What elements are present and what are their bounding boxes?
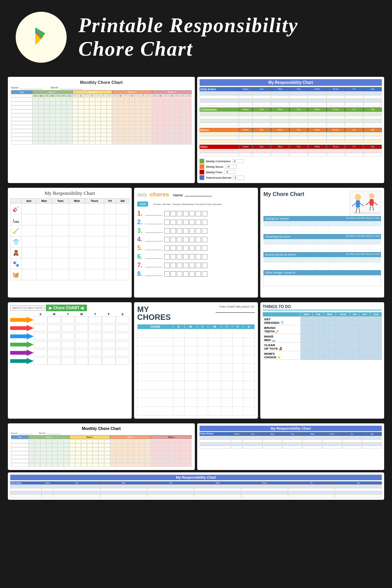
svg-point-4 xyxy=(355,194,361,200)
my-chore-header: My Chore Chart xyxy=(263,191,381,214)
my-resp-table: Sun Mon Tues Wed Thurs Fri Sat 🎸 🛏️ xyxy=(10,198,129,280)
table-row xyxy=(11,129,192,133)
table-row xyxy=(11,98,192,102)
wants-help-header: WANTS-TO-HELP WITH ▶ Chore CHART ◀ xyxy=(10,305,129,311)
resp-chart-inner: My Responsibility Chart Daily Duties Val… xyxy=(197,77,384,183)
my-chores-tbody xyxy=(138,329,255,416)
my-chores-top: MYCHORES THIS CHART BELONGS TO: xyxy=(137,305,255,321)
my-chore-card: My Chore Chart xyxy=(260,188,384,298)
table-row xyxy=(200,123,382,126)
chores-label: chores xyxy=(150,191,169,198)
table-row xyxy=(138,381,255,390)
table-row xyxy=(200,116,382,119)
things-todo-inner: THINGS TO DO MON TUE WED THUR FRI SAT SU… xyxy=(260,302,384,362)
summary-section: Weekly Commission $ Weekly Bonus +$ Week… xyxy=(200,159,382,180)
table-row xyxy=(11,439,192,443)
table-row xyxy=(263,245,381,250)
svg-point-10 xyxy=(369,193,374,199)
my-chores-big-title: MYCHORES xyxy=(137,305,171,321)
monthly-chart-bottom-title: Monthly Chore Chart xyxy=(11,426,192,431)
caring-rows xyxy=(263,221,381,232)
resp-bottom-header: Daily Duties Value Sun Mon Tue Wed Thurs… xyxy=(200,432,382,436)
table-row xyxy=(11,113,192,117)
table-row: 🐾 xyxy=(11,258,129,269)
caring-section: Caring for myself Sun Mon Tue Wed Thurs … xyxy=(263,216,381,232)
monthly-chart-bottom-card: Monthly Chore Chart Name: ___________ Mo… xyxy=(8,423,195,470)
wants-label: WANTS-TO-HELP WITH xyxy=(10,305,44,310)
table-row xyxy=(138,390,255,398)
cartoon-illustration xyxy=(350,191,381,214)
wants-days-header: S M T W T F S xyxy=(10,313,129,316)
svg-line-14 xyxy=(370,205,371,211)
table-row xyxy=(11,451,192,455)
arrow-green xyxy=(10,341,34,348)
wants-row-4 xyxy=(10,341,129,348)
table-row: CLEANUP TOYS 🧸 xyxy=(263,343,382,351)
table-row xyxy=(11,109,192,113)
things-todo-table: MON TUE WED THUR FRI SAT SUN GETDRESSED … xyxy=(263,312,382,360)
table-row xyxy=(138,372,255,381)
arrow-teal xyxy=(10,358,34,364)
table-row xyxy=(200,99,382,102)
monthly-rows xyxy=(11,98,192,145)
svg-line-8 xyxy=(356,207,357,213)
other-things-header: Other things I need to: xyxy=(263,270,381,275)
things-todo-tbody: GETDRESSED 👕 BRUSHTEETH 🪥 xyxy=(263,317,382,360)
daily-chores-header: daily chores Name: xyxy=(137,191,255,198)
task-label: Task xyxy=(137,201,148,207)
table-row: MAKEBED 🛏️ xyxy=(263,334,382,343)
wants-row-3 xyxy=(10,333,129,340)
daily-chores-card: daily chores Name: Task Sunday Monday Tu… xyxy=(134,188,258,298)
row3: WANTS-TO-HELP WITH ▶ Chore CHART ◀ S M T… xyxy=(0,300,392,421)
table-row xyxy=(138,347,255,355)
my-resp-bottom-card: My Responsibility Chart Daily Duties Val… xyxy=(8,472,384,500)
table-row xyxy=(200,92,382,95)
row1: Monthly Chore Chart Name: ______________… xyxy=(0,74,392,185)
monthly-chart-bottom-inner: Monthly Chore Chart Name: ___________ Mo… xyxy=(8,423,195,470)
table-row xyxy=(200,112,382,116)
wants-row-1 xyxy=(10,316,129,323)
table-row xyxy=(10,488,382,491)
monthly-chart-title: Monthly Chore Chart xyxy=(11,80,192,85)
table-row xyxy=(138,329,255,338)
table-row xyxy=(10,491,382,494)
wants-row-5 xyxy=(10,349,129,356)
table-row: 🎸 xyxy=(11,203,129,214)
svg-line-15 xyxy=(372,205,374,211)
name-label: Name: _______________ xyxy=(11,86,43,89)
my-chores-table: CHORE SM TW TF S xyxy=(137,324,255,416)
bottom-resp-row: My Responsibility Chart Daily Duties Val… xyxy=(0,472,392,502)
resp-chart-title: My Responsibility Chart xyxy=(200,79,382,86)
fines-rows xyxy=(200,149,382,156)
chore-item-8: 8. xyxy=(137,270,255,278)
table-row: 🧺 xyxy=(11,269,129,280)
task-days-header: Task Sunday Monday Tuesday Wednesday Thu… xyxy=(137,200,255,209)
my-chore-title: My Chore Chart xyxy=(263,191,304,197)
svg-line-6 xyxy=(352,203,356,206)
table-row xyxy=(263,227,381,232)
table-row xyxy=(138,398,255,407)
my-chores-mid-card: MYCHORES THIS CHART BELONGS TO: CHORE SM… xyxy=(134,302,258,419)
table-row xyxy=(138,407,255,416)
table-row xyxy=(11,459,192,463)
monthly-bottom-header: Task Week 1 Week 2 Week 3 Week 4 xyxy=(11,435,192,439)
chore-item-4: 4. xyxy=(137,236,255,243)
table-row xyxy=(263,239,381,245)
arrow-red xyxy=(10,325,34,331)
table-row: 🛏️ xyxy=(11,214,129,225)
monthly-chart-inner: Monthly Chore Chart Name: ______________… xyxy=(8,77,195,155)
resp-chart-bottom-title: My Responsibility Chart xyxy=(200,426,382,431)
table-row xyxy=(200,149,382,153)
table-row xyxy=(138,364,255,372)
svg-line-13 xyxy=(374,202,377,205)
arrow-orange xyxy=(10,317,34,323)
table-row: GETDRESSED 👕 xyxy=(263,317,382,325)
table-row xyxy=(263,221,381,227)
chore-item-7: 7. xyxy=(137,262,255,269)
resp-bottom-rows xyxy=(200,436,382,449)
resp-chart-top-card: My Responsibility Chart Daily Duties Val… xyxy=(197,77,384,183)
header-section: Printable Responsibility Chore Chart xyxy=(0,0,392,74)
table-row xyxy=(11,141,192,145)
table-row xyxy=(11,447,192,451)
other-things-section: Other things I need to: xyxy=(263,270,381,286)
